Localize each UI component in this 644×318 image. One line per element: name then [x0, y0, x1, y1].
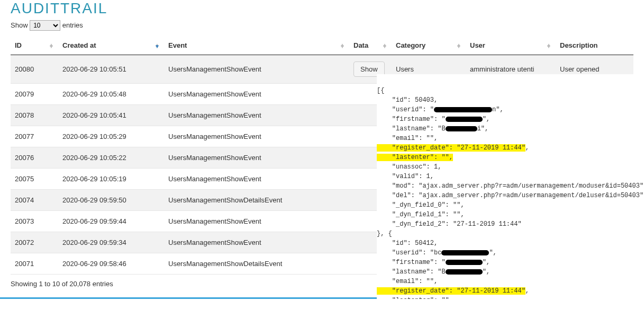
- cell-created: 2020-06-29 10:05:22: [58, 147, 164, 169]
- cell-id: 20079: [11, 84, 58, 105]
- col-id[interactable]: ID ▲▼: [11, 36, 58, 55]
- page-title: AUDITTRAIL: [0, 0, 644, 17]
- redacted: [441, 250, 489, 255]
- redacted: [434, 107, 492, 112]
- entries-control: Show 10 entries: [0, 17, 644, 36]
- col-created-at[interactable]: Created at ▲▼: [58, 36, 164, 55]
- cell-id: 20080: [11, 55, 58, 84]
- col-event[interactable]: Event ▲▼: [164, 36, 349, 55]
- redacted: [446, 126, 477, 131]
- cell-event: UsersManagementShowEvent: [164, 169, 349, 190]
- col-data[interactable]: Data ▲▼: [349, 36, 392, 55]
- cell-created: 2020-06-29 10:05:41: [58, 105, 164, 126]
- cell-created: 2020-06-29 10:05:51: [58, 55, 164, 84]
- highlight: "register_date": "27-11-2019 11:44": [377, 287, 525, 295]
- col-description[interactable]: Description: [556, 36, 633, 55]
- expanded-json-panel: [{ "id": 50403, "userid": "n", "firstnam…: [377, 74, 644, 299]
- cell-event: UsersManagementShowEvent: [164, 147, 349, 169]
- show-label: Show: [11, 21, 28, 29]
- cell-event: UsersManagementShowEvent: [164, 211, 349, 232]
- cell-created: 2020-06-29 09:59:44: [58, 211, 164, 232]
- cell-id: 20075: [11, 169, 58, 190]
- redacted: [446, 269, 483, 275]
- cell-created: 2020-06-29 10:05:29: [58, 126, 164, 147]
- sort-icon: ▲▼: [382, 43, 387, 48]
- sort-icon: ▲▼: [340, 43, 345, 48]
- cell-created: 2020-06-29 10:05:19: [58, 169, 164, 190]
- sort-icon: ▲▼: [546, 43, 551, 48]
- cell-id: 20076: [11, 147, 58, 169]
- sort-icon: ▲▼: [155, 43, 160, 48]
- cell-id: 20078: [11, 105, 58, 126]
- highlight: "lastenter": "",: [377, 154, 453, 161]
- redacted: [446, 260, 483, 265]
- cell-event: UsersManagementShowEvent: [164, 126, 349, 147]
- cell-created: 2020-06-29 09:58:46: [58, 253, 164, 275]
- cell-created: 2020-06-29 09:59:34: [58, 232, 164, 253]
- cell-event: UsersManagementShowDetailsEvent: [164, 190, 349, 211]
- col-category[interactable]: Category ▲▼: [392, 36, 466, 55]
- entries-suffix: entries: [62, 21, 83, 29]
- cell-event: UsersManagementShowEvent: [164, 55, 349, 84]
- cell-created: 2020-06-29 09:59:50: [58, 190, 164, 211]
- cell-id: 20074: [11, 190, 58, 211]
- sort-icon: ▲▼: [456, 43, 461, 48]
- sort-icon: ▲▼: [49, 43, 54, 48]
- cell-id: 20077: [11, 126, 58, 147]
- highlight: "register_date": "27-11-2019 11:44": [377, 144, 525, 152]
- cell-id: 20071: [11, 253, 58, 275]
- cell-event: UsersManagementShowEvent: [164, 232, 349, 253]
- cell-event: UsersManagementShowDetailsEvent: [164, 253, 349, 275]
- cell-id: 20073: [11, 211, 58, 232]
- cell-id: 20072: [11, 232, 58, 253]
- cell-event: UsersManagementShowEvent: [164, 105, 349, 126]
- cell-created: 2020-06-29 10:05:48: [58, 84, 164, 105]
- cell-event: UsersManagementShowEvent: [164, 84, 349, 105]
- redacted: [446, 117, 483, 122]
- col-user[interactable]: User ▲▼: [466, 36, 556, 55]
- entries-select[interactable]: 10: [30, 20, 60, 31]
